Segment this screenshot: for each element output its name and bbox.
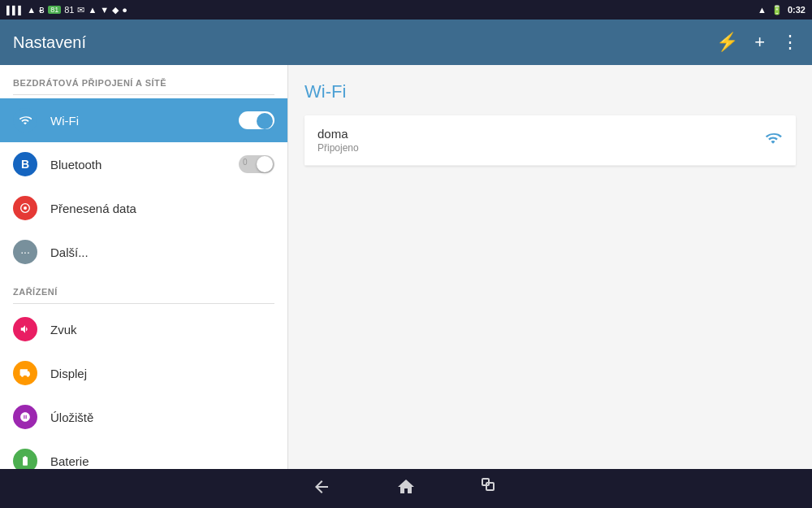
back-button[interactable] [312,477,331,501]
wifi-icon [13,108,37,132]
bt-icon: Ƀ [39,6,45,15]
sound-icon [13,317,37,341]
battery-label: Baterie [50,454,274,468]
notif2-icon: ▼ [100,5,109,15]
signal-icon: ▌▌▌ [6,6,24,15]
display-label: Displej [50,367,274,380]
sidebar-item-wifi[interactable]: Wi-Fi [0,98,287,142]
sidebar-item-display[interactable]: Displej [0,351,287,395]
page-title: Nastavení [13,33,86,52]
network-name: doma [317,127,359,141]
wireless-section-header: BEZDRÁTOVÁ PŘIPOJENÍ A SÍTĚ [0,65,287,98]
device-section-header: ZAŘÍZENÍ [0,274,287,307]
panel-title: Wi-Fi [304,81,796,102]
more-menu-icon[interactable]: ⋮ [781,32,799,53]
right-panel: Wi-Fi doma Připojeno [288,65,812,469]
sidebar: BEZDRÁTOVÁ PŘIPOJENÍ A SÍTĚ Wi-Fi B Blue… [0,65,288,469]
email-icon: ✉ [77,5,84,15]
bluetooth-toggle[interactable]: 0 [239,155,274,173]
flash-icon[interactable]: ⚡ [716,32,738,53]
main-content: BEZDRÁTOVÁ PŘIPOJENÍ A SÍTĚ Wi-Fi B Blue… [0,65,812,469]
sidebar-item-storage[interactable]: Úložiště [0,395,287,439]
wifi-toggle[interactable] [239,111,274,129]
add-icon[interactable]: + [754,32,765,53]
bluetooth-label: Bluetooth [50,158,226,172]
svg-rect-3 [486,483,494,490]
notif1-icon: ▲ [88,5,97,15]
network-item[interactable]: doma Připojeno [304,115,796,166]
percent-label: 81 [64,5,74,15]
bluetooth-toggle-knob [257,156,273,172]
sidebar-item-more[interactable]: ··· Další... [0,230,287,274]
sidebar-item-data[interactable]: Přenesená data [0,186,287,230]
home-button[interactable] [396,477,416,501]
battery-setting-icon [13,449,37,469]
storage-icon [13,405,37,429]
sidebar-item-bluetooth[interactable]: B Bluetooth 0 [0,142,287,186]
data-label: Přenesená data [50,202,274,215]
notif3-icon: ◆ [112,5,119,15]
wifi-status-icon: ▲ [27,5,36,15]
storage-label: Úložiště [50,410,274,424]
bluetooth-icon: B [13,152,37,176]
network-info: doma Připojeno [317,127,359,154]
status-bar: ▌▌▌ ▲ Ƀ 81 81 ✉ ▲ ▼ ◆ ● ▲ 🔋 0:32 [0,0,812,20]
top-bar-actions: ⚡ + ⋮ [716,32,799,53]
sidebar-item-sound[interactable]: Zvuk [0,307,287,351]
status-bar-right: ▲ 🔋 0:32 [758,5,806,15]
more-label: Další... [50,245,274,259]
wifi-label: Wi-Fi [50,114,226,128]
recents-button[interactable] [481,477,500,501]
more-icon: ··· [13,240,37,264]
battery-icon: 🔋 [771,5,783,15]
wifi-toggle-knob [257,113,273,129]
network-signal-icon [763,130,783,150]
wifi-networks-card: doma Připojeno [304,115,796,166]
sidebar-item-battery[interactable]: Baterie [0,439,287,469]
bottom-nav-bar [0,469,812,508]
wifi-signal-status: ▲ [758,5,767,15]
sound-label: Zvuk [50,323,274,336]
svg-point-1 [24,206,27,210]
battery-indicator: 81 [48,6,61,14]
top-bar: Nastavení ⚡ + ⋮ [0,20,812,65]
time-display: 0:32 [788,5,806,15]
notif4-icon: ● [122,5,127,15]
network-status: Připojeno [317,142,359,154]
display-icon [13,361,37,385]
status-bar-left: ▌▌▌ ▲ Ƀ 81 81 ✉ ▲ ▼ ◆ ● [6,5,127,15]
data-icon [13,196,37,220]
